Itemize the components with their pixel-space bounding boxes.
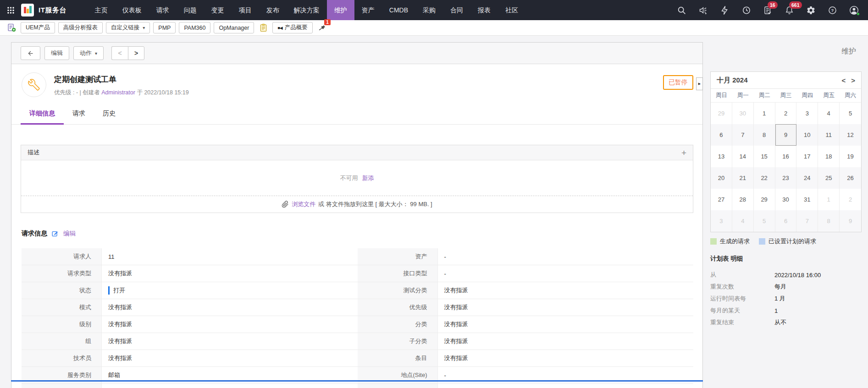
calendar-day[interactable]: 6 <box>711 124 732 146</box>
add-description-icon[interactable]: + <box>681 148 686 157</box>
previous-record-button[interactable]: < <box>111 46 128 60</box>
nav-item-14[interactable]: 社区 <box>498 0 525 20</box>
search-icon[interactable] <box>676 5 686 15</box>
calendar-day[interactable]: 30 <box>775 189 797 210</box>
calendar-day[interactable]: 15 <box>754 146 775 167</box>
calendar-day[interactable]: 16 <box>775 146 797 167</box>
nav-item-12[interactable]: 合同 <box>443 0 470 20</box>
nav-item-6[interactable]: 发布 <box>259 0 287 20</box>
creator-link[interactable]: Administrator <box>101 89 135 96</box>
tab-2[interactable]: 历史 <box>94 107 124 124</box>
nav-item-9[interactable]: 资产 <box>354 0 382 20</box>
back-button[interactable] <box>21 46 40 60</box>
calendar-day[interactable]: 11 <box>818 124 840 146</box>
calendar-day[interactable]: 28 <box>732 189 754 210</box>
nav-item-3[interactable]: 问题 <box>177 0 204 20</box>
calendar-day[interactable]: 2 <box>775 103 797 124</box>
tasks-icon[interactable]: 16 <box>763 5 773 15</box>
calendar-day[interactable]: 19 <box>840 146 861 167</box>
browse-files-link[interactable]: 浏览文件 <box>292 200 315 208</box>
calendar-day[interactable]: 13 <box>711 146 732 167</box>
attachment-dropzone[interactable]: 浏览文件 或 将文件拖放到这里 [ 最大大小： 99 MB. ] <box>21 196 693 213</box>
nav-item-1[interactable]: 仪表板 <box>115 0 149 20</box>
nav-item-8[interactable]: 维护 <box>327 0 354 20</box>
calendar-day[interactable]: 8 <box>754 124 775 146</box>
pin-icon[interactable]: 1 <box>316 22 328 34</box>
edit-pencil-icon[interactable] <box>51 230 59 238</box>
calendar-day[interactable]: 14 <box>732 146 754 167</box>
nav-item-10[interactable]: CMDB <box>382 0 415 20</box>
schedule-label: 重复结束 <box>710 318 774 327</box>
calendar-day[interactable]: 31 <box>796 189 818 210</box>
calendar-day[interactable]: 1 <box>754 103 775 124</box>
calendar-day[interactable]: 26 <box>840 167 861 189</box>
calendar-day-today[interactable]: 9 <box>775 124 797 146</box>
calendar-day[interactable]: 5 <box>754 210 775 232</box>
history-icon[interactable] <box>741 5 751 15</box>
nav-item-0[interactable]: 主页 <box>88 0 115 20</box>
tab-0[interactable]: 详细信息 <box>21 107 64 125</box>
calendar-day[interactable]: 3 <box>796 103 818 124</box>
sidebar-collapse-handle[interactable]: ▶ <box>696 77 703 90</box>
nav-item-11[interactable]: 采购 <box>415 0 443 20</box>
calendar-day[interactable]: 18 <box>818 146 840 167</box>
calendar-day[interactable]: 7 <box>732 124 754 146</box>
calendar-day[interactable]: 29 <box>754 189 775 210</box>
table-row: 资产- <box>358 248 694 265</box>
calendar-day[interactable]: 25 <box>818 167 840 189</box>
calendar-day[interactable]: 24 <box>796 167 818 189</box>
calendar-day[interactable]: 2 <box>840 189 861 210</box>
calendar-day[interactable]: 3 <box>711 210 732 232</box>
calendar-day[interactable]: 9 <box>840 210 861 232</box>
uem-products-button[interactable]: UEM产品 <box>21 22 55 33</box>
help-icon[interactable]: ? <box>827 5 837 15</box>
calendar-day[interactable]: 10 <box>796 124 818 146</box>
nav-item-5[interactable]: 项目 <box>232 0 259 20</box>
calendar-prev-icon[interactable]: < <box>841 77 846 84</box>
calendar-day[interactable]: 29 <box>711 103 732 124</box>
calendar-next-icon[interactable]: > <box>851 77 855 84</box>
advanced-analytics-button[interactable]: 高级分析报表 <box>58 22 103 33</box>
calendar-day[interactable]: 7 <box>796 210 818 232</box>
tab-1[interactable]: 请求 <box>64 107 94 124</box>
custom-links-button[interactable]: 自定义链接▾ <box>106 22 150 33</box>
calendar-day[interactable]: 4 <box>732 210 754 232</box>
calendar-day[interactable]: 22 <box>754 167 775 189</box>
notifications-bell-icon[interactable]: 661 <box>784 5 794 15</box>
nav-item-4[interactable]: 变更 <box>204 0 232 20</box>
add-report-icon[interactable] <box>6 22 17 34</box>
add-description-link[interactable]: 新添 <box>362 174 374 182</box>
calendar-day[interactable]: 20 <box>711 167 732 189</box>
opmanager-button[interactable]: OpManager <box>214 22 254 33</box>
calendar-day[interactable]: 27 <box>711 189 732 210</box>
calendar-day[interactable]: 5 <box>840 103 861 124</box>
main-menu: 主页仪表板请求问题变更项目发布解决方案维护资产CMDB采购合同报表社区 <box>88 0 525 20</box>
actions-button[interactable]: 动作▾ <box>73 46 104 60</box>
calendar-day[interactable]: 30 <box>732 103 754 124</box>
calendar-day[interactable]: 1 <box>818 189 840 210</box>
edit-button[interactable]: 编辑 <box>44 46 69 60</box>
calendar-day[interactable]: 23 <box>775 167 797 189</box>
pmp-button[interactable]: PMP <box>153 22 176 33</box>
apps-grid-icon[interactable] <box>0 0 21 20</box>
edit-request-info-link[interactable]: 编辑 <box>63 230 76 238</box>
next-record-button[interactable]: > <box>128 46 144 60</box>
lightning-icon[interactable] <box>719 5 730 15</box>
calendar-day[interactable]: 8 <box>818 210 840 232</box>
nav-item-2[interactable]: 请求 <box>149 0 177 20</box>
calendar-day[interactable]: 6 <box>775 210 797 232</box>
detail-tabs: 详细信息请求历史 <box>11 107 702 125</box>
calendar-day[interactable]: 4 <box>818 103 840 124</box>
nav-item-7[interactable]: 解决方案 <box>287 0 327 20</box>
calendar-day[interactable]: 17 <box>796 146 818 167</box>
announcement-icon[interactable] <box>698 5 708 15</box>
nav-item-13[interactable]: 报表 <box>470 0 498 20</box>
user-avatar[interactable] <box>849 5 859 15</box>
product-overview-button[interactable]: ■◀产品概要 <box>272 22 312 33</box>
pam360-button[interactable]: PAM360 <box>179 22 210 33</box>
clipboard-icon[interactable] <box>257 22 269 34</box>
scroll-indicator[interactable] <box>11 380 703 382</box>
calendar-day[interactable]: 21 <box>732 167 754 189</box>
settings-gear-icon[interactable] <box>806 5 816 15</box>
calendar-day[interactable]: 12 <box>840 124 861 146</box>
